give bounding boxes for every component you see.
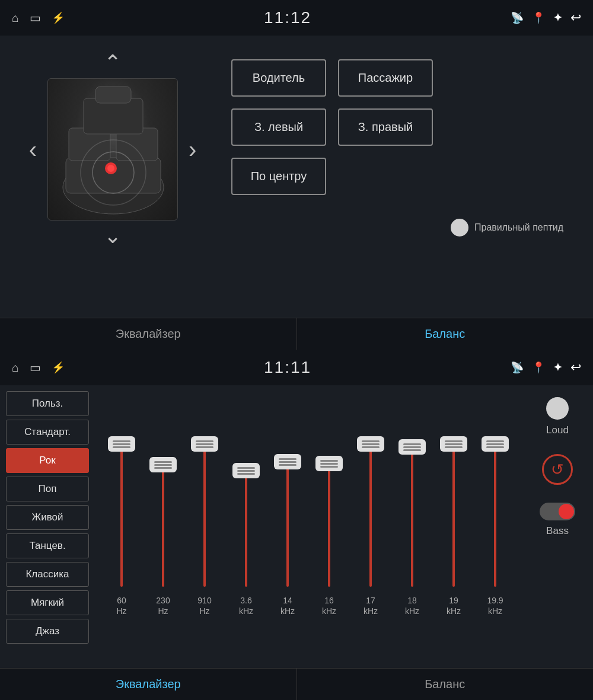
presets-sidebar: Польз. Стандарт. Рок Поп Живой Танцев. К… bbox=[0, 385, 95, 668]
slider-230hz: 230Hz bbox=[145, 397, 181, 587]
equalizer-panel: ⌂ ▭ ⚡ 11:11 📡 📍 ✦ ↩ Польз. Стандарт. Рок… bbox=[0, 350, 593, 700]
tab-equalizer[interactable]: Эквалайзер bbox=[0, 318, 297, 350]
preset-jazz[interactable]: Джаз bbox=[6, 619, 89, 644]
freq-label-230hz: 230Hz bbox=[156, 595, 170, 616]
freq-label-14khz: 14kHz bbox=[280, 595, 295, 616]
eq-main: Польз. Стандарт. Рок Поп Живой Танцев. К… bbox=[0, 385, 593, 668]
center-row: По центру bbox=[231, 158, 575, 195]
screen-icon[interactable]: ▭ bbox=[30, 11, 41, 25]
eq-home-icon[interactable]: ⌂ bbox=[12, 361, 19, 375]
seat-image[interactable] bbox=[47, 78, 178, 220]
bass-label: Bass bbox=[546, 525, 569, 537]
bass-toggle: Bass bbox=[540, 503, 575, 537]
eq-tab-equalizer[interactable]: Эквалайзер bbox=[0, 669, 297, 700]
slider-track-60hz bbox=[120, 442, 123, 587]
preset-custom[interactable]: Польз. bbox=[6, 391, 89, 416]
slider-track-19khz bbox=[452, 442, 455, 587]
freq-label-19_9khz: 19.9kHz bbox=[487, 595, 503, 616]
slider-thumb-19_9khz[interactable] bbox=[482, 436, 509, 452]
back-icon[interactable]: ↩ bbox=[570, 10, 581, 25]
right-toggle-circle[interactable] bbox=[451, 219, 468, 236]
preset-dance[interactable]: Танцев. bbox=[6, 533, 89, 558]
slider-track-3_6khz bbox=[245, 468, 247, 587]
toggle-label: Правильный пептид bbox=[474, 222, 563, 233]
preset-classic[interactable]: Классика bbox=[6, 562, 89, 587]
slider-19_9khz: 19.9kHz bbox=[477, 397, 513, 587]
freq-label-18khz: 18kHz bbox=[405, 595, 419, 616]
loud-toggle: Loud bbox=[546, 397, 569, 436]
freq-label-19khz: 19kHz bbox=[447, 595, 461, 616]
home-icon[interactable]: ⌂ bbox=[12, 11, 19, 25]
location-icon[interactable]: 📍 bbox=[532, 11, 545, 24]
preset-standard[interactable]: Стандарт. bbox=[6, 420, 89, 445]
seat-buttons-section: Водитель Пассажир З. левый З. правый По … bbox=[231, 47, 575, 314]
status-bar-left-icons: ⌂ ▭ ⚡ bbox=[12, 11, 65, 25]
slider-track-16khz bbox=[328, 461, 330, 587]
preset-pop[interactable]: Поп bbox=[6, 477, 89, 501]
seat-nav-row: ‹ bbox=[24, 78, 202, 220]
rear-left-btn[interactable]: З. левый bbox=[231, 108, 326, 146]
top-tab-bar: Эквалайзер Баланс bbox=[0, 318, 593, 350]
loud-label: Loud bbox=[546, 424, 569, 436]
reset-btn[interactable]: ↺ bbox=[542, 454, 573, 485]
slider-910hz: 910Hz bbox=[187, 397, 222, 587]
eq-sliders-area: 60Hz 230Hz 910Hz 3.6 bbox=[95, 385, 522, 668]
top-clock: 11:12 bbox=[264, 8, 311, 27]
slider-thumb-19khz[interactable] bbox=[440, 436, 467, 452]
freq-label-910hz: 910Hz bbox=[197, 595, 211, 616]
eq-cast-icon[interactable]: 📡 bbox=[511, 361, 524, 374]
slider-thumb-230hz[interactable] bbox=[149, 457, 177, 472]
slider-track-18khz bbox=[411, 445, 413, 587]
eq-clock: 11:11 bbox=[264, 358, 311, 377]
eq-status-bar: ⌂ ▭ ⚡ 11:11 📡 📍 ✦ ↩ bbox=[0, 350, 593, 385]
tab-balance[interactable]: Баланс bbox=[297, 318, 594, 350]
cast-icon[interactable]: 📡 bbox=[511, 11, 524, 24]
preset-rock[interactable]: Рок bbox=[6, 448, 89, 473]
slider-thumb-16khz[interactable] bbox=[315, 456, 343, 471]
driver-btn[interactable]: Водитель bbox=[231, 59, 326, 97]
slider-thumb-3_6khz[interactable] bbox=[232, 463, 260, 478]
slider-thumb-60hz[interactable] bbox=[108, 436, 135, 452]
slider-17khz: 17kHz bbox=[353, 397, 388, 587]
bass-switch[interactable] bbox=[540, 503, 575, 520]
slider-thumb-18khz[interactable] bbox=[398, 439, 426, 455]
eq-usb-icon: ⚡ bbox=[52, 361, 65, 374]
slider-track-19_9khz bbox=[494, 442, 496, 587]
arrow-right-btn[interactable]: › bbox=[184, 132, 201, 168]
seat-section: ⌃ ‹ bbox=[18, 47, 208, 314]
usb-icon: ⚡ bbox=[52, 11, 65, 24]
svg-point-9 bbox=[107, 165, 114, 172]
eq-back-icon[interactable]: ↩ bbox=[570, 360, 581, 375]
preset-live[interactable]: Живой bbox=[6, 505, 89, 530]
slider-thumb-14khz[interactable] bbox=[274, 454, 301, 469]
eq-bluetooth-icon[interactable]: ✦ bbox=[553, 361, 562, 374]
eq-status-right: 📡 📍 ✦ ↩ bbox=[511, 360, 581, 375]
bluetooth-icon[interactable]: ✦ bbox=[553, 11, 562, 24]
center-btn[interactable]: По центру bbox=[231, 158, 326, 195]
rear-button-row: З. левый З. правый bbox=[231, 108, 575, 146]
arrow-up-btn[interactable]: ⌃ bbox=[99, 47, 126, 78]
slider-16khz: 16kHz bbox=[311, 397, 347, 587]
balance-panel: ⌂ ▭ ⚡ 11:12 📡 📍 ✦ ↩ ⌃ ‹ bbox=[0, 0, 593, 350]
arrow-left-btn[interactable]: ‹ bbox=[24, 132, 42, 168]
arrow-down-btn[interactable]: ⌄ bbox=[99, 220, 126, 251]
eq-tab-balance[interactable]: Баланс bbox=[297, 669, 594, 700]
slider-thumb-17khz[interactable] bbox=[357, 436, 384, 452]
slider-14khz: 14kHz bbox=[270, 397, 305, 587]
rear-right-btn[interactable]: З. правый bbox=[338, 108, 433, 146]
eq-screen-icon[interactable]: ▭ bbox=[30, 360, 41, 375]
top-button-row: Водитель Пассажир bbox=[231, 59, 575, 97]
seat-svg bbox=[54, 81, 173, 220]
passenger-btn[interactable]: Пассажир bbox=[338, 59, 433, 97]
eq-location-icon[interactable]: 📍 bbox=[532, 361, 545, 374]
freq-label-60hz: 60Hz bbox=[116, 595, 126, 616]
freq-label-3_6khz: 3.6kHz bbox=[239, 595, 253, 616]
top-status-bar: ⌂ ▭ ⚡ 11:12 📡 📍 ✦ ↩ bbox=[0, 0, 593, 36]
slider-19khz: 19kHz bbox=[436, 397, 471, 587]
slider-60hz: 60Hz bbox=[104, 397, 139, 587]
loud-circle-btn[interactable] bbox=[546, 397, 569, 420]
slider-track-14khz bbox=[286, 459, 289, 587]
preset-soft[interactable]: Мягкий bbox=[6, 590, 89, 615]
slider-thumb-910hz[interactable] bbox=[191, 436, 218, 452]
sliders-row: 60Hz 230Hz 910Hz 3.6 bbox=[101, 397, 516, 587]
